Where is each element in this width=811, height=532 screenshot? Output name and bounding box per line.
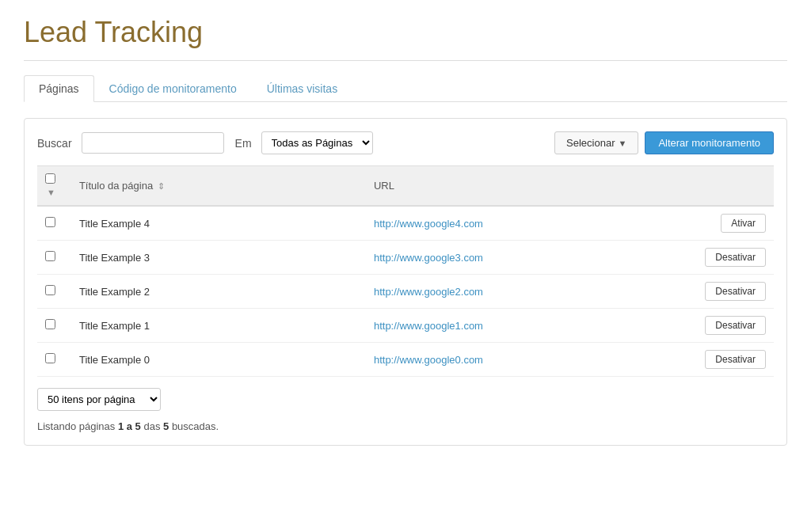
row-title: Title Example 1 [71, 309, 366, 343]
ativar-button[interactable]: Ativar [721, 214, 766, 233]
row-action-cell: Desativar [661, 275, 774, 309]
tab-codigo[interactable]: Código de monitoramento [94, 75, 252, 102]
row-action-cell: Desativar [661, 343, 774, 377]
desativar-button[interactable]: Desativar [705, 316, 766, 335]
row-url-link[interactable]: http://www.google2.com [374, 286, 483, 298]
row-checkbox[interactable] [45, 217, 55, 227]
row-checkbox-cell [37, 343, 71, 377]
row-url-link[interactable]: http://www.google3.com [374, 252, 483, 264]
row-checkbox-cell [37, 309, 71, 343]
row-checkbox[interactable] [45, 285, 55, 295]
row-checkbox-cell [37, 206, 71, 241]
content-panel: Buscar Em Todas as Páginas Selecionar ▼ … [24, 118, 787, 446]
row-title: Title Example 2 [71, 275, 366, 309]
table-row: Title Example 4http://www.google4.comAti… [37, 206, 774, 241]
sort-icon: ▼ [47, 188, 55, 197]
per-page-select[interactable]: 50 itens por página 25 itens por página … [37, 388, 161, 411]
em-label: Em [235, 137, 252, 150]
row-checkbox[interactable] [45, 319, 55, 329]
search-label: Buscar [37, 137, 72, 150]
chevron-down-icon: ▼ [618, 139, 626, 148]
table-row: Title Example 0http://www.google0.comDes… [37, 343, 774, 377]
table-row: Title Example 1http://www.google1.comDes… [37, 309, 774, 343]
row-url: http://www.google0.com [366, 343, 661, 377]
row-url-link[interactable]: http://www.google1.com [374, 320, 483, 332]
desativar-button[interactable]: Desativar [705, 248, 766, 267]
row-title: Title Example 0 [71, 343, 366, 377]
tabs-bar: Páginas Código de monitoramento Últimas … [24, 75, 787, 102]
desativar-button[interactable]: Desativar [705, 282, 766, 301]
row-checkbox[interactable] [45, 251, 55, 261]
page-title: Lead Tracking [24, 16, 787, 61]
row-checkbox[interactable] [45, 353, 55, 363]
table-row: Title Example 2http://www.google2.comDes… [37, 275, 774, 309]
tab-paginas[interactable]: Páginas [24, 75, 94, 102]
row-title: Title Example 3 [71, 241, 366, 275]
pages-select[interactable]: Todas as Páginas [261, 131, 373, 154]
title-sort-icon: ⇕ [158, 181, 165, 192]
row-url: http://www.google1.com [366, 309, 661, 343]
row-action-cell: Desativar [661, 309, 774, 343]
row-title: Title Example 4 [71, 206, 366, 241]
page-wrapper: Lead Tracking Páginas Código de monitora… [0, 0, 811, 532]
table-row: Title Example 3http://www.google3.comDes… [37, 241, 774, 275]
row-url-link[interactable]: http://www.google4.com [374, 218, 483, 230]
desativar-button[interactable]: Desativar [705, 350, 766, 369]
alterar-monitoramento-button[interactable]: Alterar monitoramento [645, 131, 774, 154]
header-title: Título da página ⇕ [71, 166, 366, 207]
row-checkbox-cell [37, 241, 71, 275]
row-action-cell: Desativar [661, 241, 774, 275]
row-url: http://www.google4.com [366, 206, 661, 241]
row-url: http://www.google2.com [366, 275, 661, 309]
header-checkbox-col: ▼ [37, 166, 71, 207]
footer-bar: 50 itens por página 25 itens por página … [37, 388, 774, 411]
pagination-info: Listando páginas 1 a 5 das 5 buscadas. [37, 420, 774, 432]
search-input[interactable] [82, 132, 224, 154]
tab-ultimas[interactable]: Últimas visitas [252, 75, 352, 102]
pages-table: ▼ Título da página ⇕ URL Title Example 4… [37, 165, 774, 377]
toolbar: Buscar Em Todas as Páginas Selecionar ▼ … [37, 131, 774, 154]
header-url: URL [366, 166, 661, 207]
select-all-checkbox[interactable] [45, 173, 55, 184]
row-url: http://www.google3.com [366, 241, 661, 275]
row-checkbox-cell [37, 275, 71, 309]
table-body: Title Example 4http://www.google4.comAti… [37, 206, 774, 377]
pagination-range: 1 a 5 [118, 420, 141, 432]
header-action [661, 166, 774, 207]
row-url-link[interactable]: http://www.google0.com [374, 354, 483, 366]
selecionar-button[interactable]: Selecionar ▼ [554, 131, 638, 154]
row-action-cell: Ativar [661, 206, 774, 241]
table-header-row: ▼ Título da página ⇕ URL [37, 166, 774, 207]
